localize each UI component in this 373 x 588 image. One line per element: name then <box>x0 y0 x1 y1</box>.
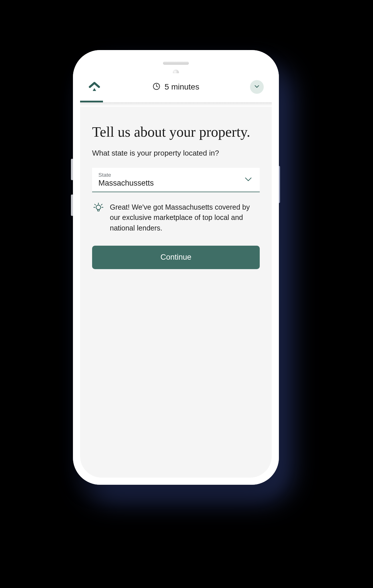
lightbulb-icon <box>93 202 104 213</box>
expand-button[interactable] <box>250 80 264 94</box>
chevron-down-icon <box>254 83 260 91</box>
phone-notch-area <box>80 57 272 73</box>
header-shadow <box>80 103 272 107</box>
phone-speaker <box>163 62 189 65</box>
svg-line-3 <box>156 86 158 87</box>
time-label: 5 minutes <box>164 82 199 92</box>
phone-frame: 5 minutes Tell us about your property. W… <box>73 50 279 485</box>
state-select-label: State <box>98 172 240 178</box>
home-icon[interactable] <box>88 81 101 93</box>
page-title: Tell us about your property. <box>92 123 260 141</box>
svg-point-4 <box>96 205 101 210</box>
time-indicator: 5 minutes <box>152 82 199 92</box>
page-content: Tell us about your property. What state … <box>80 107 272 478</box>
svg-line-7 <box>95 204 96 205</box>
continue-button-label: Continue <box>160 253 191 262</box>
state-select-value: Massachussetts <box>98 179 240 188</box>
state-select[interactable]: State Massachussetts <box>92 168 260 192</box>
page-question: What state is your property located in? <box>92 149 260 158</box>
chevron-down-icon <box>244 175 252 184</box>
svg-rect-5 <box>98 210 99 211</box>
svg-marker-0 <box>93 88 96 91</box>
svg-line-8 <box>101 204 102 205</box>
clock-icon <box>152 82 160 92</box>
phone-screen: 5 minutes Tell us about your property. W… <box>80 57 272 478</box>
tip-text: Great! We've got Massachusetts covered b… <box>110 202 258 233</box>
continue-button[interactable]: Continue <box>92 246 260 269</box>
tip-block: Great! We've got Massachusetts covered b… <box>92 200 260 233</box>
app-header: 5 minutes <box>80 73 272 101</box>
